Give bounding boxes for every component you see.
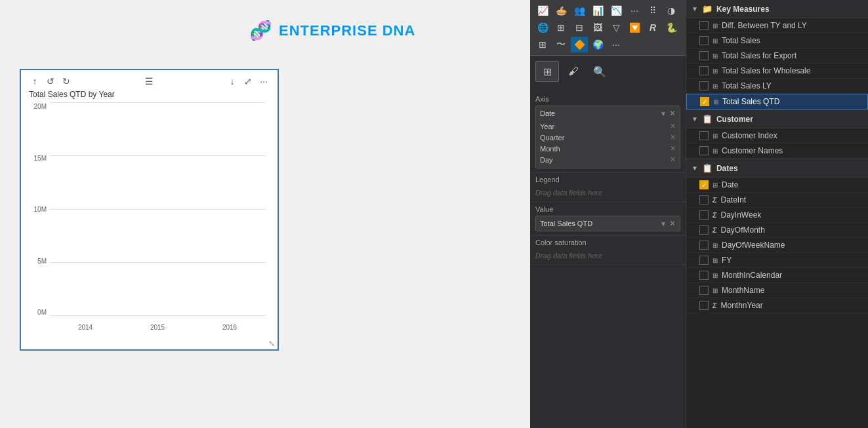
tb-chart-line-icon[interactable]: 📈 xyxy=(534,3,551,18)
legend-label: Legend xyxy=(535,176,680,184)
tb-more2-icon[interactable]: ··· xyxy=(608,37,625,52)
value-remove[interactable]: ✕ xyxy=(669,219,676,228)
checkbox-total-sales-export[interactable] xyxy=(699,51,709,60)
tb-card-icon[interactable]: 🖼 xyxy=(589,20,606,35)
tb-matrix-icon[interactable]: ⊟ xyxy=(571,20,588,35)
resize-handle[interactable]: ⤡ xyxy=(268,339,275,348)
item-dayinweek[interactable]: Σ DayInWeek xyxy=(686,208,868,223)
key-measures-folder-icon: 📁 xyxy=(702,4,713,14)
item-dayofmonth[interactable]: Σ DayOfMonth xyxy=(686,223,868,238)
item-customer-index[interactable]: ⊞ Customer Index xyxy=(686,128,868,144)
checkbox-dayofweekname[interactable] xyxy=(699,241,709,250)
item-monthincalendar[interactable]: ⊞ MonthInCalendar xyxy=(686,268,868,283)
checkbox-date[interactable]: ✓ xyxy=(699,180,709,189)
checkbox-total-sales-qtd[interactable]: ✓ xyxy=(700,97,709,106)
customer-index-label: Customer Index xyxy=(722,131,863,140)
year-remove[interactable]: ✕ xyxy=(670,122,676,130)
diff-label: Diff. Between TY and LY xyxy=(722,21,863,30)
table-icon-customer-names: ⊞ xyxy=(713,147,718,155)
checkbox-monthincalendar[interactable] xyxy=(699,271,709,280)
checkbox-dayofmonth[interactable] xyxy=(699,225,709,235)
tb-chart-bar2-icon[interactable]: 📉 xyxy=(608,3,625,18)
checkbox-total-sales[interactable] xyxy=(699,36,709,45)
tb-filter2-icon[interactable]: 🔽 xyxy=(626,20,643,35)
chart-back-icon[interactable]: ↑ xyxy=(29,75,41,87)
table-icon-total-sales: ⊞ xyxy=(713,37,718,45)
table-icon-wholesale: ⊞ xyxy=(713,68,718,75)
viz-analytics-icon[interactable]: 🔍 xyxy=(588,61,611,82)
value-field-name: Total Sales QTD xyxy=(540,220,660,227)
date-field-group[interactable]: Date ▼ ✕ Year ✕ Quarter ✕ xyxy=(535,106,680,168)
tb-paint-icon[interactable]: 🔶 xyxy=(571,37,588,52)
day-remove[interactable]: ✕ xyxy=(670,155,676,164)
dateint-label: DateInt xyxy=(721,195,863,204)
customer-collapse[interactable]: ▼ xyxy=(692,115,698,123)
quarter-remove[interactable]: ✕ xyxy=(670,133,676,142)
table-icon-export: ⊞ xyxy=(713,52,718,60)
y-label-0m: 0M xyxy=(37,309,47,316)
key-measures-header: ▼ 📁 Key Measures xyxy=(686,0,868,18)
viz-fields-icon[interactable]: ⊞ xyxy=(535,61,559,82)
tb-table-icon[interactable]: ⊞ xyxy=(534,37,551,52)
date-sub-day: Day ✕ xyxy=(540,154,676,165)
checkbox-customer-names[interactable] xyxy=(699,146,709,155)
item-total-sales-export[interactable]: ⊞ Total Sales for Export xyxy=(686,49,868,64)
checkbox-customer-index[interactable] xyxy=(699,131,709,140)
month-remove[interactable]: ✕ xyxy=(670,144,676,153)
table-icon-monthname: ⊞ xyxy=(713,287,718,294)
checkbox-dayinweek[interactable] xyxy=(699,210,709,220)
checkbox-monthname[interactable] xyxy=(699,286,709,295)
dates-collapse[interactable]: ▼ xyxy=(692,165,698,172)
chart-more-icon[interactable]: ··· xyxy=(258,75,270,87)
tb-grid-icon[interactable]: ⊞ xyxy=(552,20,569,35)
tb-chart-people-icon[interactable]: 👥 xyxy=(571,3,588,18)
item-monthnyear[interactable]: Σ MonthnYear xyxy=(686,298,868,313)
item-diff-between-ty-ly[interactable]: ⊞ Diff. Between TY and LY xyxy=(686,18,868,33)
chart-expand-icon[interactable]: ⤢ xyxy=(242,75,254,87)
item-total-sales-qtd[interactable]: ✓ ⊞ Total Sales QTD xyxy=(686,94,868,109)
tb-pie2-icon[interactable]: ◑ xyxy=(663,3,680,18)
item-total-sales-wholesale[interactable]: ⊞ Total Sales for Wholesale xyxy=(686,64,868,79)
date-field-remove[interactable]: ✕ xyxy=(669,109,676,118)
chart-prev-icon[interactable]: ↺ xyxy=(45,75,56,87)
y-label-20m: 20M xyxy=(34,103,47,110)
item-monthname[interactable]: ⊞ MonthName xyxy=(686,283,868,298)
chart-download-icon[interactable]: ↓ xyxy=(226,75,238,87)
color-saturation-well: Color saturation Drag data fields here xyxy=(530,236,686,265)
tb-chart-pie-icon[interactable]: 🥧 xyxy=(552,3,569,18)
viz-format-icon[interactable]: 🖌 xyxy=(562,61,585,82)
tb-sparkline-icon[interactable]: 〜 xyxy=(552,37,569,52)
item-total-sales-ly[interactable]: ⊞ Total Sales LY xyxy=(686,79,868,94)
checkbox-dateint[interactable] xyxy=(699,195,709,204)
item-total-sales[interactable]: ⊞ Total Sales xyxy=(686,33,868,49)
tb-python-icon[interactable]: 🐍 xyxy=(663,20,680,35)
date-field-arrow[interactable]: ▼ xyxy=(660,110,667,117)
tb-globe-icon[interactable]: 🌐 xyxy=(534,20,551,35)
item-dayofweekname[interactable]: ⊞ DayOfWeekName xyxy=(686,238,868,253)
checkbox-total-sales-wholesale[interactable] xyxy=(699,66,709,75)
y-label-10m: 10M xyxy=(34,206,47,213)
tb-scatter-icon[interactable]: ⠿ xyxy=(644,3,661,18)
key-measures-collapse[interactable]: ▼ xyxy=(692,5,698,12)
checkbox-monthnyear[interactable] xyxy=(699,301,709,310)
chart-menu-icon[interactable]: ☰ xyxy=(144,75,155,87)
checkbox-fy[interactable] xyxy=(699,256,709,265)
date-sub-month: Date Month ✕ xyxy=(540,143,676,154)
middle-panel: 📈 🥧 👥 📊 📉 ··· ⠿ ◑ 🌐 ⊞ ⊟ 🖼 ▽ 🔽 R 🐍 ⊞ 〜 🔶 … xyxy=(530,0,686,428)
value-arrow[interactable]: ▼ xyxy=(660,220,667,227)
tb-map-icon[interactable]: 🌍 xyxy=(589,37,606,52)
chart-container: ↑ ↺ ↻ ☰ ↓ ⤢ ··· Total Sales QTD by Year xyxy=(20,69,279,351)
tb-chart-bar-icon[interactable]: 📊 xyxy=(589,3,606,18)
item-customer-names[interactable]: ⊞ Customer Names xyxy=(686,144,868,159)
value-field-tag[interactable]: Total Sales QTD ▼ ✕ xyxy=(535,216,680,231)
tb-funnel-icon[interactable]: ▽ xyxy=(608,20,625,35)
tb-r-icon[interactable]: R xyxy=(644,20,661,35)
item-date[interactable]: ✓ ⊞ Date xyxy=(686,178,868,193)
item-fy[interactable]: ⊞ FY xyxy=(686,253,868,268)
item-dateint[interactable]: Σ DateInt xyxy=(686,193,868,208)
chart-next-icon[interactable]: ↻ xyxy=(60,75,72,87)
date-field-header[interactable]: Date ▼ ✕ xyxy=(536,106,680,121)
checkbox-diff[interactable] xyxy=(699,21,709,30)
axis-label: Axis xyxy=(535,95,680,103)
checkbox-total-sales-ly[interactable] xyxy=(699,81,709,90)
